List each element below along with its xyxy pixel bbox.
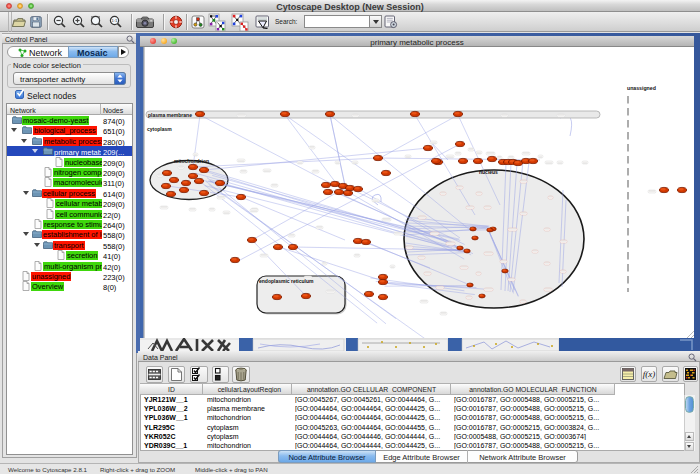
- svg-text:nucleus: nucleus: [479, 169, 498, 175]
- svg-text:cytoplasm: cytoplasm: [147, 126, 172, 132]
- svg-text:f(x): f(x): [643, 369, 656, 379]
- svg-text:unassigned: unassigned: [627, 85, 656, 91]
- svg-text:plasma membrane: plasma membrane: [148, 112, 192, 118]
- svg-text:1:1: 1:1: [112, 18, 118, 23]
- svg-text:mitochondrion: mitochondrion: [174, 158, 209, 164]
